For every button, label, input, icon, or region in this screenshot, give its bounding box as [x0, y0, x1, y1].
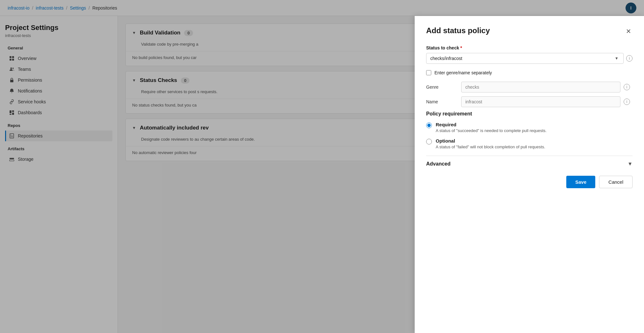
status-to-check-group: Status to check checks/infracost ▼ i: [426, 45, 633, 64]
optional-desc: A status of "failed" will not block comp…: [436, 144, 545, 149]
required-option: Required A status of "succeeded" is need…: [426, 122, 633, 133]
modal-header: Add status policy ✕: [426, 26, 633, 36]
name-label: Name: [426, 99, 458, 104]
optional-radio[interactable]: [426, 139, 432, 144]
required-radio[interactable]: [426, 122, 432, 128]
policy-requirement-title: Policy requirement: [426, 111, 633, 117]
genre-name-checkbox-label[interactable]: Enter genre/name separately: [434, 70, 492, 75]
optional-option: Optional A status of "failed" will not b…: [426, 138, 633, 149]
modal-footer: Save Cancel: [426, 176, 633, 188]
status-info-icon[interactable]: i: [626, 55, 633, 62]
cancel-button[interactable]: Cancel: [599, 176, 633, 188]
required-label: Required: [436, 122, 547, 127]
optional-label: Optional: [436, 138, 545, 144]
name-input[interactable]: [461, 96, 620, 107]
status-to-check-label: Status to check: [426, 45, 633, 50]
required-desc: A status of "succeeded" is needed to com…: [436, 128, 547, 133]
advanced-header[interactable]: Advanced ▼: [426, 161, 633, 167]
advanced-title: Advanced: [426, 161, 450, 167]
modal-title: Add status policy: [426, 26, 490, 35]
genre-label: Genre: [426, 85, 458, 90]
advanced-section: Advanced ▼: [426, 156, 633, 167]
genre-info-icon[interactable]: i: [624, 84, 630, 90]
genre-input[interactable]: [461, 82, 620, 93]
genre-name-checkbox-row: Enter genre/name separately: [426, 70, 633, 75]
add-status-policy-modal: Add status policy ✕ Status to check chec…: [415, 16, 644, 333]
name-info-icon[interactable]: i: [624, 99, 630, 105]
close-button[interactable]: ✕: [625, 26, 633, 36]
policy-requirement-group: Policy requirement Required A status of …: [426, 111, 633, 149]
save-button[interactable]: Save: [566, 176, 595, 188]
status-select-wrapper: checks/infracost ▼ i: [426, 53, 633, 64]
chevron-down-icon: ▼: [627, 161, 633, 167]
name-field-row: Name i: [426, 96, 633, 107]
genre-field-row: Genre i: [426, 82, 633, 93]
genre-name-checkbox[interactable]: [426, 70, 431, 75]
status-select[interactable]: checks/infracost: [426, 53, 624, 64]
